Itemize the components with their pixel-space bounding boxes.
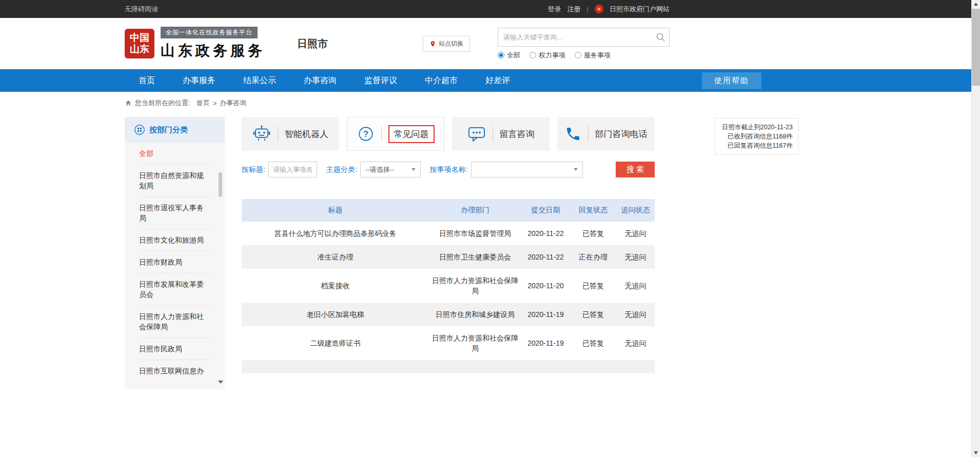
- col-department: 办理部门: [429, 199, 521, 222]
- question-icon: ?: [357, 125, 375, 143]
- tab-faq[interactable]: ? 常见问题: [347, 117, 444, 151]
- tab-label-phone-directory: 部门咨询电话: [595, 128, 648, 140]
- search-icon[interactable]: [656, 32, 665, 44]
- shandong-seal-logo: 中国 山东: [125, 29, 154, 58]
- row-follow-status: 无追问: [616, 269, 655, 303]
- row-title-link[interactable]: 准生证办理: [242, 245, 429, 269]
- tab-smart-robot[interactable]: 智能机器人: [242, 117, 339, 151]
- card-divider: [588, 126, 589, 142]
- row-title-link[interactable]: 莒县什么地方可以办理商品条形码业务: [242, 222, 429, 245]
- main-panel: 智能机器人 ? 常见问题: [242, 117, 655, 373]
- radio-all[interactable]: 全部: [498, 51, 520, 60]
- sidebar-list: 全部 日照市自然资源和规划局 日照市退役军人事务局 日照市文化和旅游局 日照市财…: [125, 143, 225, 389]
- sidebar-item-civil-affairs[interactable]: 日照市民政局: [139, 338, 209, 360]
- card-divider: [278, 126, 278, 142]
- sidebar-item-finance[interactable]: 日照市财政局: [139, 251, 209, 273]
- portal-link[interactable]: 日照市政府门户网站: [610, 5, 670, 14]
- row-title-link[interactable]: 老旧小区加装电梯: [242, 303, 429, 326]
- svg-text:?: ?: [363, 129, 368, 139]
- topic-filter-label: 主题分类:: [326, 165, 357, 174]
- location-pin-icon: [429, 41, 436, 47]
- site-switch-button[interactable]: 站点切换: [423, 36, 470, 52]
- top-utility-bar: 无障碍阅读 登录 注册 | ★ 日照市政府门户网站: [0, 0, 980, 18]
- nav-item-results[interactable]: 结果公示: [229, 69, 290, 92]
- seal-text-bottom: 山东: [130, 44, 149, 55]
- page-scrollbar[interactable]: [971, 0, 980, 457]
- main-nav: 首页 办事服务 结果公示 办事咨询 监督评议 中介超市 好差评 使用帮助: [0, 69, 980, 92]
- chevron-down-icon: [411, 168, 416, 171]
- sidebar-scrollbar-thumb[interactable]: [219, 172, 222, 197]
- table-row: 档案接收 日照市人力资源和社会保障局 2020-11-20 已答复 无追问: [242, 269, 655, 303]
- city-name: 日照市: [297, 37, 328, 51]
- sidebar-item-natural-resources[interactable]: 日照市自然资源和规划局: [139, 165, 209, 197]
- breadcrumb-separator: >: [213, 100, 217, 107]
- row-date: 2020-11-19: [521, 326, 570, 360]
- scrollbar-thumb[interactable]: [972, 9, 980, 86]
- sidebar-item-all[interactable]: 全部: [139, 143, 209, 165]
- search-scope-radios: 全部 权力事项 服务事项: [498, 51, 670, 60]
- chevron-down-icon: [574, 168, 578, 171]
- row-reply-status: 已答复: [570, 269, 616, 303]
- nav-item-services[interactable]: 办事服务: [169, 69, 229, 92]
- department-sidebar: 按部门分类 全部 日照市自然资源和规划局 日照市退役军人事务局 日照市文化和旅游…: [125, 117, 225, 389]
- row-department: 日照市人力资源和社会保障局: [429, 326, 521, 360]
- tab-label-leave-message: 留言咨询: [500, 128, 535, 140]
- sidebar-item-veterans[interactable]: 日照市退役军人事务局: [139, 197, 209, 229]
- keyword-search-input[interactable]: [498, 28, 670, 47]
- col-title: 标题: [242, 199, 429, 222]
- topbar-divider: |: [587, 5, 589, 13]
- nav-item-consult[interactable]: 办事咨询: [290, 69, 350, 92]
- sidebar-item-development-reform[interactable]: 日照市发展和改革委员会: [139, 273, 209, 306]
- filter-bar: 按标题: 主题分类: --请选择-- 按事项名称: 搜 索: [242, 162, 655, 177]
- col-follow-status: 追问状态: [616, 199, 655, 222]
- login-link[interactable]: 登录: [548, 5, 561, 14]
- sidebar-header: 按部门分类: [125, 117, 225, 143]
- phone-icon: [565, 126, 581, 142]
- nav-item-rating[interactable]: 好差评: [472, 69, 524, 92]
- radio-service-items[interactable]: 服务事项: [575, 51, 611, 60]
- table-row: 二级建造师证书 日照市人力资源和社会保障局 2020-11-19 已答复 无追问: [242, 326, 655, 360]
- nav-item-agency[interactable]: 中介超市: [411, 69, 472, 92]
- seal-text-top: 中国: [130, 32, 149, 44]
- tab-label-faq: 常见问题: [388, 125, 435, 143]
- row-title-link[interactable]: 二级建造师证书: [242, 326, 429, 360]
- register-link[interactable]: 注册: [567, 5, 581, 14]
- nav-item-supervision[interactable]: 监督评议: [350, 69, 411, 92]
- col-reply-status: 回复状态: [570, 199, 616, 222]
- row-department: 日照市卫生健康委员会: [429, 245, 521, 269]
- sidebar-item-culture-tourism[interactable]: 日照市文化和旅游局: [139, 229, 209, 251]
- message-icon: [467, 125, 486, 143]
- radio-dot-selected: [498, 52, 504, 58]
- sidebar-item-internet-info[interactable]: 日照市互联网信息办: [139, 360, 209, 382]
- radio-label: 全部: [507, 51, 520, 60]
- tab-leave-message[interactable]: 留言咨询: [452, 117, 550, 151]
- tab-phone-directory[interactable]: 部门咨询电话: [557, 117, 655, 151]
- row-reply-status: 已答复: [570, 326, 616, 360]
- table-row: 老旧小区加装电梯 日照市住房和城乡建设局 2020-11-19 已答复 无追问: [242, 303, 655, 326]
- national-emblem-icon: ★: [595, 5, 603, 13]
- row-date: 2020-11-19: [521, 303, 570, 326]
- row-reply-status: 正在办理: [570, 245, 616, 269]
- department-category-icon: [134, 124, 145, 135]
- title-filter-input[interactable]: [268, 162, 317, 177]
- search-button[interactable]: 搜 索: [616, 162, 655, 177]
- scroll-up-icon[interactable]: [974, 3, 978, 6]
- scroll-down-icon[interactable]: [974, 451, 978, 454]
- breadcrumb-home[interactable]: 首页: [197, 98, 210, 108]
- table-header-row: 标题 办理部门 提交日期 回复状态 追问状态: [242, 199, 655, 222]
- sidebar-item-human-resources[interactable]: 日照市人力资源和社会保障局: [139, 306, 209, 338]
- topic-select[interactable]: --请选择--: [360, 162, 421, 177]
- row-title-link[interactable]: 档案接收: [242, 269, 429, 303]
- card-divider: [493, 126, 493, 142]
- radio-power-items[interactable]: 权力事项: [530, 51, 565, 60]
- consultation-table: 标题 办理部门 提交日期 回复状态 追问状态 莒县什么地方可以办理商品条形码业务…: [242, 199, 655, 373]
- item-select[interactable]: [471, 162, 583, 177]
- help-button[interactable]: 使用帮助: [702, 72, 761, 89]
- accessibility-link[interactable]: 无障碍阅读: [125, 5, 158, 14]
- sidebar-scroll-down-icon[interactable]: [218, 381, 223, 384]
- site-header: 中国 山东 全国一体化在线政务服务平台 山东政务服务 日照市 站点切换 全部: [0, 18, 980, 69]
- radio-dot: [530, 52, 536, 58]
- breadcrumb: 您当前所在的位置: 首页 > 办事咨询: [125, 92, 798, 113]
- nav-item-home[interactable]: 首页: [125, 69, 169, 92]
- sidebar-title: 按部门分类: [149, 125, 188, 135]
